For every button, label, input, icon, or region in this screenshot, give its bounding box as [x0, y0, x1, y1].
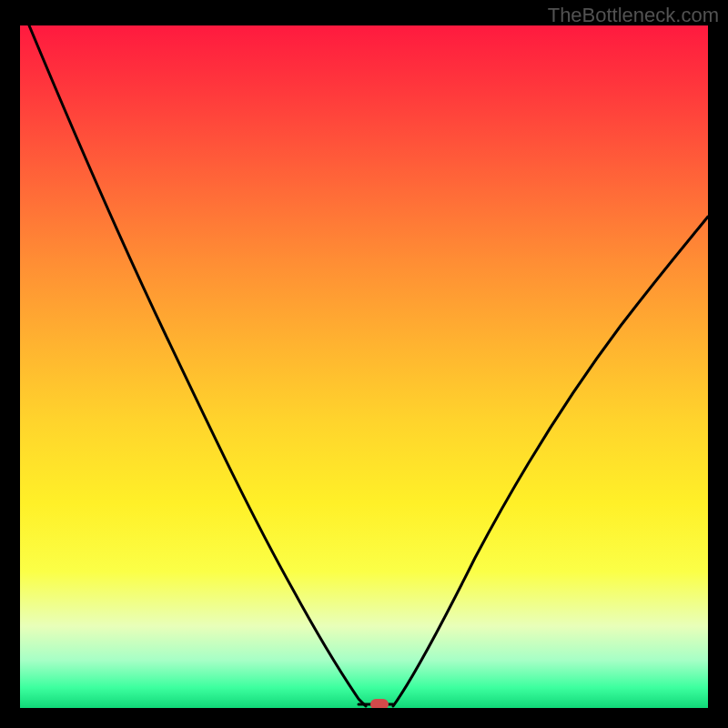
minimum-marker	[370, 699, 389, 708]
plot-area	[20, 25, 708, 708]
watermark-text: TheBottleneck.com	[548, 4, 719, 27]
chart-frame: TheBottleneck.com	[0, 0, 728, 728]
curve-left	[29, 25, 366, 706]
curve-svg	[20, 25, 708, 708]
curve-right	[393, 217, 708, 706]
